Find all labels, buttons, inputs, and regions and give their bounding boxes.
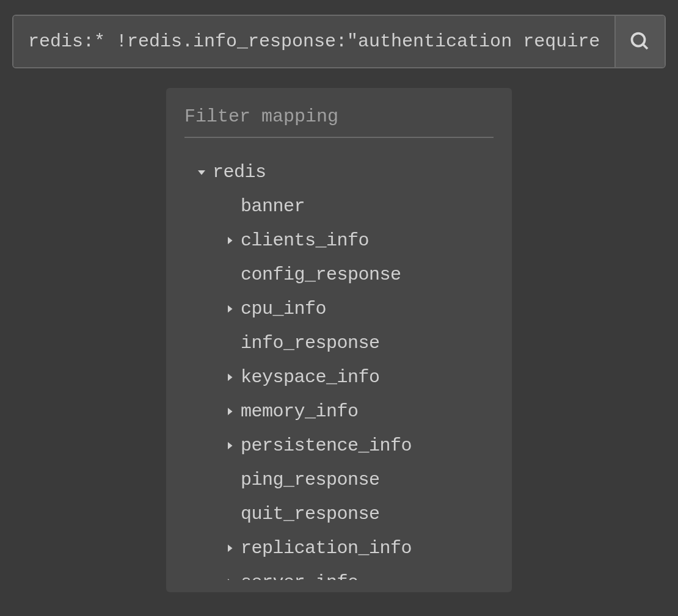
search-bar xyxy=(12,15,666,68)
filter-mapping-title: Filter mapping xyxy=(184,106,494,138)
search-button[interactable] xyxy=(614,16,665,67)
chevron-down-icon xyxy=(195,167,208,178)
tree-node-label: server_info xyxy=(241,572,359,580)
filter-tree: redis banner clients_info config_respons… xyxy=(184,155,494,580)
tree-node-persistence-info[interactable]: persistence_info xyxy=(184,429,494,463)
tree-node-ping-response[interactable]: ping_response xyxy=(184,463,494,497)
tree-node-clients-info[interactable]: clients_info xyxy=(184,223,494,258)
search-icon xyxy=(629,31,651,53)
tree-node-keyspace-info[interactable]: keyspace_info xyxy=(184,360,494,394)
tree-node-replication-info[interactable]: replication_info xyxy=(184,531,494,565)
tree-node-label: ping_response xyxy=(241,469,380,490)
tree-node-info-response[interactable]: info_response xyxy=(184,326,494,360)
tree-node-label: persistence_info xyxy=(241,435,412,456)
tree-node-config-response[interactable]: config_response xyxy=(184,258,494,292)
tree-node-label: memory_info xyxy=(241,401,359,422)
tree-node-label: clients_info xyxy=(241,230,369,251)
chevron-right-icon xyxy=(224,440,236,451)
tree-node-label: redis xyxy=(213,162,266,183)
tree-node-cpu-info[interactable]: cpu_info xyxy=(184,292,494,326)
tree-node-label: config_response xyxy=(241,264,401,285)
tree-node-server-info[interactable]: server_info xyxy=(184,565,494,580)
tree-node-label: cpu_info xyxy=(241,299,326,319)
tree-node-label: keyspace_info xyxy=(241,367,380,388)
tree-node-label: quit_response xyxy=(241,504,380,524)
chevron-right-icon xyxy=(224,303,236,314)
tree-node-label: banner xyxy=(241,196,305,217)
tree-node-redis[interactable]: redis xyxy=(184,155,494,189)
filter-mapping-panel: Filter mapping redis banner clients_info xyxy=(166,88,512,592)
svg-line-1 xyxy=(643,45,648,49)
chevron-right-icon xyxy=(224,577,236,580)
chevron-right-icon xyxy=(224,372,236,383)
tree-node-label: replication_info xyxy=(241,538,412,559)
chevron-right-icon xyxy=(224,543,236,554)
svg-point-0 xyxy=(632,34,645,46)
tree-node-quit-response[interactable]: quit_response xyxy=(184,497,494,531)
filter-tree-container[interactable]: redis banner clients_info config_respons… xyxy=(184,155,494,580)
tree-node-memory-info[interactable]: memory_info xyxy=(184,394,494,429)
tree-node-label: info_response xyxy=(241,333,380,353)
tree-node-banner[interactable]: banner xyxy=(184,189,494,223)
chevron-right-icon xyxy=(224,235,236,246)
chevron-right-icon xyxy=(224,406,236,417)
search-input[interactable] xyxy=(13,16,614,67)
